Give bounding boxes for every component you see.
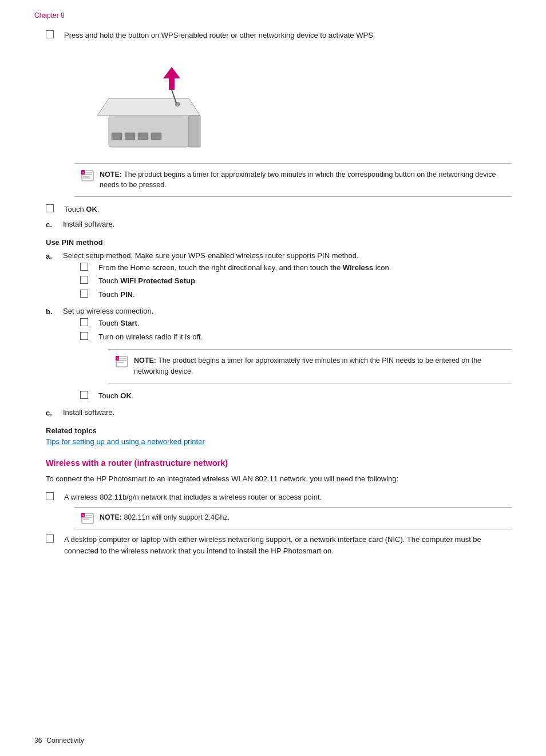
bullet-wireless-icon: From the Home screen, touch the right di… bbox=[80, 262, 512, 274]
svg-text:✎: ✎ bbox=[82, 514, 85, 517]
checkbox-desktop-computer bbox=[46, 535, 54, 543]
checkbox-touch-ok-2 bbox=[80, 391, 88, 399]
note-body-3: 802.11n will only support 2.4Ghz. bbox=[124, 513, 230, 521]
start-bold: Start bbox=[120, 319, 137, 327]
chapter-header: Chapter 8 bbox=[34, 11, 512, 19]
svg-rect-6 bbox=[151, 133, 161, 140]
list-item-b: b. Set up wireless connection. Touch Sta… bbox=[46, 307, 512, 406]
note-label-2: NOTE: bbox=[134, 357, 156, 365]
list-item-c2: c. Install software. bbox=[46, 408, 512, 417]
note-body-1: The product begins a timer for approxima… bbox=[100, 171, 496, 189]
item-b-content: Set up wireless connection. Touch Start.… bbox=[63, 307, 512, 406]
checkbox-touch-ok-1 bbox=[46, 204, 54, 212]
item-a-text: Select setup method. Make sure your WPS-… bbox=[63, 251, 359, 260]
svg-marker-2 bbox=[189, 116, 200, 147]
svg-marker-8 bbox=[163, 67, 180, 90]
note-box-1: ✎ NOTE: The product begins a timer for a… bbox=[74, 163, 512, 197]
sub-list-a: From the Home screen, touch the right di… bbox=[80, 262, 512, 300]
bullet-wifi-protected-text: Touch WiFi Protected Setup. bbox=[98, 275, 512, 287]
note-text-2: NOTE: The product begins a timer for app… bbox=[134, 355, 505, 377]
bullet-turn-on-radio-text: Turn on wireless radio if it is off. bbox=[98, 331, 512, 343]
checkbox-wireless-icon bbox=[80, 263, 88, 271]
bullet-pin: Touch PIN. bbox=[80, 289, 512, 300]
note-icon-1: ✎ bbox=[81, 170, 95, 181]
checkbox-wireless-network bbox=[46, 492, 54, 500]
bullet-touch-start: Touch Start. bbox=[80, 318, 512, 329]
wireless-bold: Wireless bbox=[343, 263, 373, 272]
checkbox-touch-start bbox=[80, 318, 88, 326]
bullet-touch-ok-2-text: Touch OK. bbox=[98, 390, 512, 402]
item-a-content: Select setup method. Make sure your WPS-… bbox=[63, 251, 512, 305]
bullet-press-hold: Press and hold the button on WPS-enabled… bbox=[46, 30, 512, 41]
page: Chapter 8 Press and hold the button on W… bbox=[0, 0, 546, 756]
image-container bbox=[80, 53, 512, 152]
bullet-touch-ok-2: Touch OK. bbox=[80, 390, 512, 402]
chapter-label: Chapter 8 bbox=[34, 11, 65, 19]
use-pin-heading: Use PIN method bbox=[46, 238, 512, 247]
checkbox-press-hold bbox=[46, 30, 54, 38]
page-footer: 36 Connectivity bbox=[34, 737, 512, 745]
note-icon-2: ✎ bbox=[116, 356, 129, 367]
letter-a: a. bbox=[46, 251, 63, 260]
svg-rect-5 bbox=[138, 133, 148, 140]
item-b-text: Set up wireless connection. bbox=[63, 307, 153, 315]
list-item-c1: c. Install software. bbox=[46, 220, 512, 229]
sub-list-b: Touch Start. Turn on wireless radio if i… bbox=[80, 318, 512, 401]
bullet-desktop-computer-text: A desktop computer or laptop with either… bbox=[64, 534, 512, 556]
bullet-touch-ok-1: Touch OK. bbox=[46, 204, 512, 215]
ok-bold-1: OK bbox=[86, 205, 97, 213]
svg-rect-3 bbox=[112, 133, 122, 140]
wireless-intro: To connect the HP Photosmart to an integ… bbox=[46, 473, 512, 485]
note-label-1: NOTE: bbox=[100, 171, 122, 179]
wireless-router-section-title: Wireless with a router (infrastructure n… bbox=[46, 458, 512, 468]
letter-b: b. bbox=[46, 307, 63, 316]
checkbox-pin bbox=[80, 290, 88, 298]
footer-section-name: Connectivity bbox=[46, 737, 84, 745]
bullet-desktop-computer: A desktop computer or laptop with either… bbox=[46, 534, 512, 556]
letter-c2: c. bbox=[46, 408, 63, 417]
checkbox-wifi-protected bbox=[80, 276, 88, 284]
note-icon-3: ✎ bbox=[81, 513, 95, 524]
list-item-a: a. Select setup method. Make sure your W… bbox=[46, 251, 512, 305]
wifi-protected-bold: WiFi Protected Setup bbox=[120, 276, 195, 285]
pin-bold: PIN bbox=[120, 290, 133, 299]
note-text-1: NOTE: The product begins a timer for app… bbox=[100, 169, 505, 191]
bullet-wifi-protected: Touch WiFi Protected Setup. bbox=[80, 275, 512, 287]
svg-rect-0 bbox=[109, 116, 189, 147]
bullet-turn-on-radio: Turn on wireless radio if it is off. bbox=[80, 331, 512, 343]
footer-page-number: 36 bbox=[34, 737, 42, 745]
note-box-3-container: ✎ NOTE: 802.11n will only support 2.4Ghz… bbox=[74, 507, 512, 529]
bullet-touch-start-text: Touch Start. bbox=[98, 318, 512, 329]
bullet-touch-ok-1-text: Touch OK. bbox=[64, 204, 512, 215]
install-software-1: Install software. bbox=[63, 220, 512, 228]
note-body-2: The product begins a timer for approxima… bbox=[134, 357, 481, 375]
related-topics-heading: Related topics bbox=[46, 426, 512, 435]
install-software-2: Install software. bbox=[63, 408, 512, 417]
svg-text:✎: ✎ bbox=[116, 357, 119, 361]
bullet-wireless-network-text: A wireless 802.11b/g/n network that incl… bbox=[64, 492, 512, 503]
ok-bold-2: OK bbox=[120, 391, 132, 400]
checkbox-turn-on-radio bbox=[80, 332, 88, 340]
note-box-2: ✎ NOTE: The product begins a timer for a… bbox=[109, 349, 512, 383]
bullet-pin-text: Touch PIN. bbox=[98, 289, 512, 300]
bullet-press-hold-text: Press and hold the button on WPS-enabled… bbox=[64, 30, 512, 41]
bullet-wireless-icon-text: From the Home screen, touch the right di… bbox=[98, 262, 512, 274]
svg-marker-1 bbox=[97, 98, 200, 116]
content-area: Press and hold the button on WPS-enabled… bbox=[46, 30, 512, 556]
letter-c1: c. bbox=[46, 220, 63, 229]
svg-rect-4 bbox=[125, 133, 135, 140]
printer-diagram bbox=[80, 53, 212, 150]
note-text-3: NOTE: 802.11n will only support 2.4Ghz. bbox=[100, 512, 230, 523]
note-box-3: ✎ NOTE: 802.11n will only support 2.4Ghz… bbox=[74, 507, 512, 529]
related-topics-link[interactable]: Tips for setting up and using a networke… bbox=[46, 437, 205, 446]
svg-text:✎: ✎ bbox=[82, 171, 85, 175]
bullet-wireless-network: A wireless 802.11b/g/n network that incl… bbox=[46, 492, 512, 503]
note-label-3: NOTE: bbox=[100, 513, 122, 521]
